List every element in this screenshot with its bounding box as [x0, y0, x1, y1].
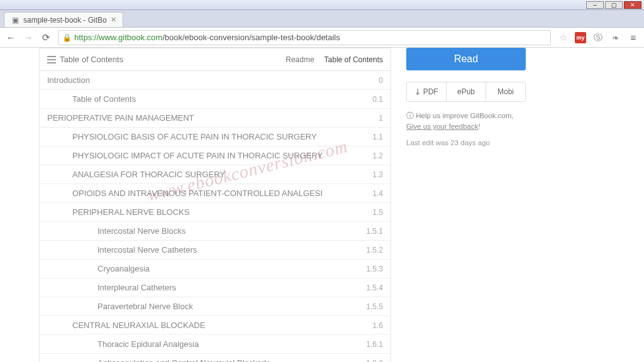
url-host: www.gitbook.com — [99, 33, 162, 42]
toc-row-label: Anticoagulation and Central Neuraxial Bl… — [97, 358, 270, 362]
info-icon: ⓘ — [406, 112, 414, 119]
download-formats: ⤓ PDF ePub Mobi — [406, 82, 526, 102]
toc-row[interactable]: PERIPHERAL NERVE BLOCKS1.5 — [40, 203, 391, 222]
window-minimize-button[interactable]: – — [586, 1, 604, 9]
nav-back-button[interactable]: ← — [5, 32, 16, 43]
extension-skype-icon[interactable]: Ⓢ — [592, 32, 604, 43]
bookmark-star-icon[interactable]: ☆ — [557, 32, 569, 43]
toc-row[interactable]: Introduction0 — [40, 71, 391, 90]
window-titlebar: – ▢ ✕ — [0, 0, 644, 10]
feedback-text: ⓘ Help us improve GitBook.com, Give us y… — [406, 111, 526, 133]
toc-row[interactable]: Paravertebral Nerve Block1.5.5 — [40, 297, 391, 316]
toc-row-label: PHYSIOLOGIC BASIS OF ACUTE PAIN IN THORA… — [72, 132, 317, 141]
nav-forward-button[interactable]: → — [23, 32, 34, 43]
url-input[interactable]: 🔒 https://www.gitbook.com/book/ebook-con… — [58, 30, 551, 45]
toc-row-number: 0 — [379, 76, 383, 85]
toc-row-label: Introduction — [47, 75, 90, 85]
feedback-link[interactable]: Give us your feedback — [406, 123, 478, 130]
toc-row-number: 1.5.3 — [366, 265, 383, 273]
tab-readme[interactable]: Readme — [286, 55, 314, 64]
toc-row-label: Table of Contents — [72, 94, 136, 104]
toc-row-label: Intercostal Nerve Blocks — [97, 226, 186, 236]
last-edit-text: Last edit was 23 days ago — [406, 139, 526, 146]
toc-row-label: Interpleural Catheters — [97, 283, 176, 292]
download-icon: ⤓ — [414, 87, 421, 96]
nav-reload-button[interactable]: ⟳ — [40, 32, 52, 43]
toc-row-label: CENTRAL NEURAXIAL BLOCKADE — [72, 321, 205, 330]
lock-icon: 🔒 — [62, 33, 72, 42]
read-button[interactable]: Read — [406, 48, 526, 70]
toc-row[interactable]: Intercostal Nerve Catheters1.5.2 — [40, 241, 391, 260]
toc-panel: Table of Contents Readme Table of Conten… — [39, 48, 391, 362]
toc-row-label: Thoracic Epidural Analgesia — [97, 339, 199, 349]
toc-row[interactable]: Intercostal Nerve Blocks1.5.1 — [40, 222, 391, 241]
download-pdf-button[interactable]: ⤓ PDF — [407, 82, 446, 101]
toc-row[interactable]: Thoracic Epidural Analgesia1.6.1 — [40, 335, 391, 354]
toc-row-label: ANALGESIA FOR THORACIC SURGERY — [72, 170, 225, 179]
toc-row[interactable]: CENTRAL NEURAXIAL BLOCKADE1.6 — [40, 316, 391, 335]
toc-row-number: 1.5.5 — [366, 302, 383, 311]
list-icon — [47, 56, 56, 63]
page-content: Table of Contents Readme Table of Conten… — [0, 48, 644, 362]
page-icon: ▣ — [11, 16, 19, 25]
url-path: /book/ebook-conversion/sample-test-book/… — [162, 33, 340, 42]
browser-tabstrip: ▣ sample-test-book - GitBo ✕ — [0, 10, 644, 28]
toc-list: Introduction0Table of Contents0.1PERIOPE… — [40, 71, 391, 362]
toc-row-label: PERIPHERAL NERVE BLOCKS — [72, 207, 189, 217]
toc-row-number: 1 — [379, 114, 383, 123]
toc-row-label: Cryoanalgesia — [97, 264, 150, 273]
toc-row-number: 1.2 — [372, 151, 383, 160]
window-maximize-button[interactable]: ▢ — [605, 1, 623, 9]
toc-row-number: 1.6.2 — [366, 359, 383, 363]
browser-tab[interactable]: ▣ sample-test-book - GitBo ✕ — [4, 12, 123, 27]
toc-row-number: 0.1 — [372, 95, 383, 104]
extension-tag-icon[interactable]: ❧ — [610, 32, 621, 43]
toc-row[interactable]: OPIOIDS AND INTRAVENOUS PATIENT-CONTROLL… — [40, 184, 391, 203]
toc-row-number: 1.6.1 — [366, 340, 383, 349]
toc-row[interactable]: Table of Contents0.1 — [40, 90, 391, 109]
toc-row-label: PERIOPERATIVE PAIN MANAGEMENT — [47, 113, 194, 123]
toc-row-number: 1.4 — [372, 189, 383, 198]
tab-title: sample-test-book - GitBo — [23, 16, 107, 25]
toc-panel-header: Table of Contents Readme Table of Conten… — [40, 48, 391, 71]
toc-row-number: 1.1 — [372, 133, 383, 141]
browser-menu-button[interactable]: ≡ — [628, 32, 639, 43]
toc-row-label: Intercostal Nerve Catheters — [97, 245, 197, 255]
toc-row-number: 1.5 — [372, 208, 383, 217]
toc-row-number: 1.3 — [372, 170, 383, 179]
toc-row-label: OPIOIDS AND INTRAVENOUS PATIENT-CONTROLL… — [72, 189, 323, 198]
toc-row[interactable]: PHYSIOLOGIC IMPACT OF ACUTE PAIN IN THOR… — [40, 146, 391, 165]
toc-row[interactable]: Anticoagulation and Central Neuraxial Bl… — [40, 354, 391, 362]
toc-row-number: 1.5.4 — [366, 283, 383, 292]
toc-row-number: 1.5.2 — [366, 246, 383, 255]
toc-row[interactable]: Cryoanalgesia1.5.3 — [40, 260, 391, 278]
toc-row[interactable]: PERIOPERATIVE PAIN MANAGEMENT1 — [40, 109, 391, 128]
toc-row-number: 1.6 — [372, 321, 383, 330]
toc-row[interactable]: Interpleural Catheters1.5.4 — [40, 278, 391, 297]
download-epub-button[interactable]: ePub — [446, 82, 486, 101]
toc-row[interactable]: ANALGESIA FOR THORACIC SURGERY1.3 — [40, 165, 391, 184]
url-protocol: https:// — [74, 33, 99, 42]
tab-toc[interactable]: Table of Contents — [325, 55, 383, 64]
window-close-button[interactable]: ✕ — [624, 1, 641, 9]
panel-title: Table of Contents — [60, 55, 123, 64]
download-mobi-button[interactable]: Mobi — [486, 82, 525, 101]
browser-toolbar: ← → ⟳ 🔒 https://www.gitbook.com/book/ebo… — [0, 28, 644, 48]
toc-row-label: PHYSIOLOGIC IMPACT OF ACUTE PAIN IN THOR… — [72, 151, 323, 160]
tab-close-icon[interactable]: ✕ — [111, 16, 116, 24]
extension-my-icon[interactable]: my — [575, 32, 586, 43]
toc-row-number: 1.5.1 — [366, 227, 383, 236]
toc-row-label: Paravertebral Nerve Block — [97, 302, 193, 311]
toc-row[interactable]: PHYSIOLOGIC BASIS OF ACUTE PAIN IN THORA… — [40, 128, 391, 146]
